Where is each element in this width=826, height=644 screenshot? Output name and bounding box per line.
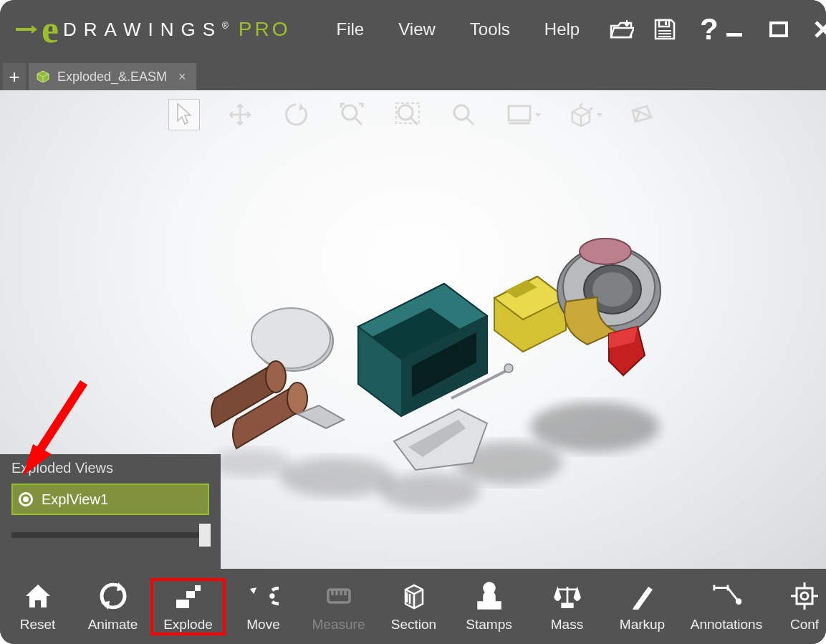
exploded-views-panel: Exploded Views ExplView1 xyxy=(0,454,221,569)
svg-point-44 xyxy=(580,239,631,264)
move-label: Move xyxy=(246,617,279,633)
explode-button[interactable]: Explode xyxy=(150,578,226,635)
conf-label: Conf xyxy=(790,617,819,633)
mass-label: Mass xyxy=(551,617,583,633)
svg-text:?: ? xyxy=(700,15,719,44)
markup-icon xyxy=(628,581,658,611)
animate-icon xyxy=(98,581,128,611)
svg-marker-1 xyxy=(32,25,37,34)
svg-line-27 xyxy=(590,107,592,110)
svg-marker-48 xyxy=(101,601,110,610)
menu-view[interactable]: View xyxy=(381,14,453,45)
animate-button[interactable]: Animate xyxy=(75,581,150,633)
zoom-tool[interactable] xyxy=(448,99,479,130)
menu-help[interactable]: Help xyxy=(527,14,597,45)
svg-marker-25 xyxy=(535,113,541,117)
svg-point-18 xyxy=(398,105,413,120)
rotate-tool[interactable] xyxy=(280,99,312,130)
stamps-icon xyxy=(474,581,504,611)
measure-icon xyxy=(324,581,354,611)
open-file-icon[interactable] xyxy=(610,17,634,42)
radio-icon xyxy=(19,492,33,506)
close-button[interactable] xyxy=(809,15,826,44)
3d-viewport[interactable]: Exploded Views ExplView1 xyxy=(0,90,826,569)
svg-rect-64 xyxy=(562,603,572,607)
svg-point-35 xyxy=(251,308,330,368)
svg-rect-69 xyxy=(797,588,812,604)
menu-tools[interactable]: Tools xyxy=(453,14,527,45)
logo-arrow-icon xyxy=(14,18,37,41)
app-window: e DRAWINGS® PRO File View Tools Help xyxy=(0,0,826,644)
measure-button[interactable]: Measure xyxy=(301,581,376,633)
home-icon xyxy=(23,581,53,611)
add-tab-button[interactable]: + xyxy=(3,63,26,90)
help-icon[interactable]: ? xyxy=(696,17,720,42)
svg-rect-49 xyxy=(176,600,189,608)
tab-label: Exploded_&.EASM xyxy=(57,69,167,85)
stamps-label: Stamps xyxy=(466,617,512,633)
svg-rect-5 xyxy=(658,33,671,34)
svg-point-43 xyxy=(592,272,633,307)
svg-rect-2 xyxy=(659,20,669,27)
reset-button[interactable]: Reset xyxy=(0,581,75,633)
svg-point-39 xyxy=(504,364,513,373)
maximize-button[interactable] xyxy=(764,15,793,44)
measure-label: Measure xyxy=(312,617,365,633)
main-menu: File View Tools Help xyxy=(320,14,597,45)
menu-file[interactable]: File xyxy=(320,14,382,45)
view-toolbar xyxy=(168,99,658,130)
move-icon xyxy=(249,581,279,611)
document-tab[interactable]: Exploded_&.EASM × xyxy=(29,63,196,90)
svg-marker-28 xyxy=(597,113,602,117)
svg-point-36 xyxy=(266,361,286,393)
svg-point-29 xyxy=(279,457,394,497)
app-logo: e DRAWINGS® PRO xyxy=(14,10,291,49)
section-button[interactable]: Section xyxy=(376,581,451,633)
close-tab-icon[interactable]: × xyxy=(178,69,186,85)
mass-button[interactable]: Mass xyxy=(529,581,605,633)
annotations-button[interactable]: Annotations xyxy=(680,581,773,633)
annotations-label: Annotations xyxy=(691,617,762,633)
reset-label: Reset xyxy=(20,617,56,633)
svg-point-52 xyxy=(269,593,274,598)
configurations-button[interactable]: Conf xyxy=(776,581,826,633)
section-label: Section xyxy=(391,617,436,633)
explode-icon xyxy=(173,581,203,611)
pan-tool[interactable] xyxy=(224,99,256,130)
svg-point-74 xyxy=(801,592,808,600)
view-orientation-tool[interactable] xyxy=(565,99,597,130)
svg-point-66 xyxy=(736,599,741,603)
exploded-view-item[interactable]: ExplView1 xyxy=(11,484,209,515)
svg-rect-4 xyxy=(658,30,671,32)
logo-pro: PRO xyxy=(239,18,291,41)
section-icon xyxy=(399,581,429,611)
svg-rect-51 xyxy=(195,585,201,591)
save-icon[interactable] xyxy=(653,17,677,42)
title-icons: ? xyxy=(610,17,720,42)
exploded-panel-title: Exploded Views xyxy=(11,460,209,476)
svg-rect-9 xyxy=(771,23,787,36)
markup-label: Markup xyxy=(620,617,665,633)
perspective-tool[interactable] xyxy=(627,99,658,130)
bottom-toolbar: Reset Animate xyxy=(0,569,826,644)
svg-point-32 xyxy=(530,402,659,452)
stamps-button[interactable]: Stamps xyxy=(451,581,527,633)
minimize-button[interactable] xyxy=(720,15,749,44)
animate-label: Animate xyxy=(88,617,138,633)
display-style-tool[interactable] xyxy=(504,99,535,130)
explode-slider[interactable] xyxy=(11,532,209,538)
svg-rect-8 xyxy=(726,33,742,37)
zoom-area-tool[interactable] xyxy=(392,99,423,130)
chevron-down-icon[interactable] xyxy=(597,102,602,128)
select-tool[interactable] xyxy=(168,99,200,130)
chevron-down-icon[interactable] xyxy=(535,102,541,128)
svg-line-45 xyxy=(37,383,84,454)
svg-line-17 xyxy=(355,118,362,125)
slider-thumb[interactable] xyxy=(199,524,211,547)
zoom-fit-tool[interactable] xyxy=(336,99,368,130)
markup-button[interactable]: Markup xyxy=(605,581,680,633)
configurations-icon xyxy=(789,581,820,611)
svg-point-16 xyxy=(342,105,357,120)
cube-icon xyxy=(36,69,50,84)
move-button[interactable]: Move xyxy=(226,581,301,633)
